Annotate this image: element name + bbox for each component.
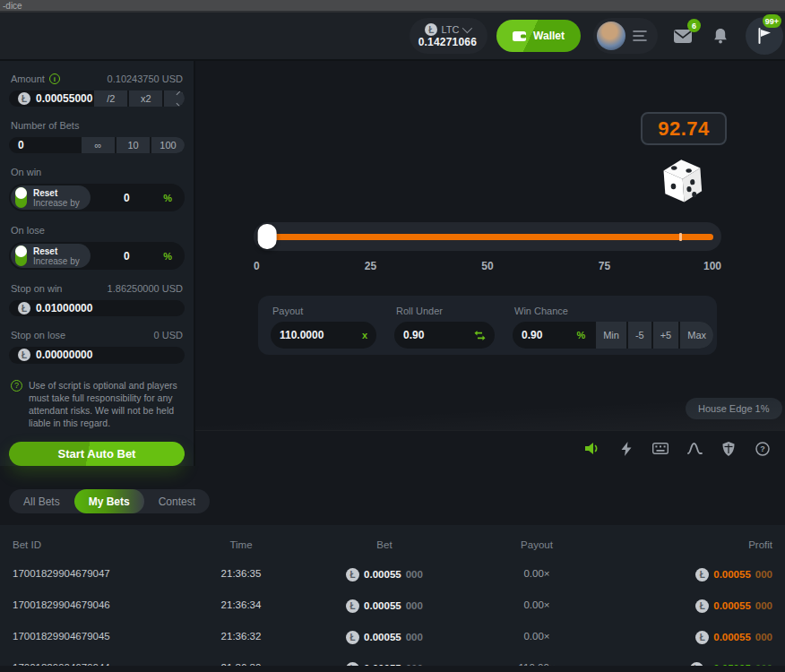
bet-amount: Ł 0.00055000 [299,565,470,582]
on-win-label: On win [11,167,41,177]
tab-all-bets[interactable]: All Bets [9,489,74,513]
tab-contest[interactable]: Contest [144,489,210,513]
min-button[interactable]: Min [596,322,626,349]
on-win-mode-toggle[interactable]: Reset Increase by [11,185,91,210]
quests-button[interactable]: 99+ [746,17,783,55]
amount-stepper[interactable] [164,90,185,107]
trends-button[interactable] [681,435,708,462]
speaker-icon [585,442,600,455]
increase-by-label: Increase by [33,256,80,266]
percent-icon: % [576,330,594,340]
roll-result-box: 92.74 [641,112,727,145]
stop-on-lose-label: Stop on lose [11,330,65,340]
notifications-button[interactable] [708,23,733,48]
hundred-bets-button[interactable]: 100 [151,137,185,153]
slider-track[interactable] [262,234,713,240]
increase-by-label: Increase by [33,198,80,208]
on-lose-value[interactable]: 0 [91,250,164,263]
number-of-bets-input[interactable]: 0 [9,139,80,151]
payout-input[interactable]: 110.0000 x [271,322,376,349]
roll-under-input[interactable]: 0.90 [394,322,495,349]
fairness-button[interactable] [715,435,742,462]
result-tick [679,233,682,241]
turbo-button[interactable] [613,435,640,462]
wallet-balance: 0.14271066 [418,36,477,48]
help-button[interactable]: ? [749,435,776,462]
amount-usd: 0.10243750 USD [108,73,183,84]
infinity-icon: ∞ [95,140,102,151]
bet-time: 21:36:34 [183,599,299,610]
bet-profit: Ł 0.00055000 [604,565,772,582]
tab-my-bets[interactable]: My Bets [74,489,144,513]
plus-5-button[interactable]: +5 [653,322,679,349]
wallet-button[interactable]: Wallet [496,20,581,52]
coin-icon: Ł [695,568,709,582]
stop-on-lose-input[interactable]: Ł 0.00000000 [9,349,185,361]
roll-result: 92.74 [658,117,710,141]
roll-under-label: Roll Under [396,306,495,316]
win-chance-input[interactable]: 0.90 % Min -5 +5 Max [513,322,713,349]
stop-on-win-group: Ł 0.01000000 [9,300,185,316]
bet-payout: 0.00× [470,631,604,642]
double-amount-button[interactable]: x2 [129,90,162,107]
minus-5-button[interactable]: -5 [628,322,651,349]
ten-bets-button[interactable]: 10 [116,137,150,153]
bet-time: 21:36:30 [183,662,299,667]
max-button[interactable]: Max [680,322,713,349]
wallet-icon [513,30,527,42]
col-payout: Payout [470,539,604,550]
menu-icon [633,30,647,41]
bet-row[interactable]: 17001829904679044 21:36:30 Ł 0.00055000 … [13,651,772,666]
messages-badge: 6 [687,19,701,32]
avatar[interactable] [597,22,625,50]
coin-icon: Ł [695,599,709,613]
bet-time: 21:36:35 [183,568,299,579]
stop-on-win-usd: 1.86250000 USD [108,283,183,294]
coin-icon: Ł [346,599,359,613]
bell-icon [713,28,728,44]
stop-on-win-input[interactable]: Ł 0.01000000 [9,302,185,314]
stepper-up-icon[interactable] [177,90,185,99]
coin-icon: Ł [346,631,359,644]
payout-label: Payout [272,306,376,316]
amount-input-group: Ł 0.00055000 /2 x2 [9,90,185,107]
tick-label-100: 100 [703,260,721,272]
slider-handle[interactable] [257,224,276,249]
bet-payout: 110.00× [470,662,604,667]
currency-selector[interactable]: Ł LTC 0.14271066 [410,18,487,54]
info-icon[interactable]: i [49,73,60,84]
reset-label: Reset [33,188,80,198]
hotkeys-button[interactable] [647,435,674,462]
on-win-row: Reset Increase by 0 % [9,184,185,211]
roll-slider: 0 25 50 75 100 [254,222,721,274]
on-lose-mode-toggle[interactable]: Reset Increase by [11,244,91,268]
toggle-icon[interactable] [15,187,27,208]
on-win-percent: % [163,193,183,203]
sound-button[interactable] [579,435,606,462]
flag-icon [757,28,772,44]
bets-table: Bet ID Time Bet Payout Profit 1700182990… [0,525,785,666]
user-menu[interactable] [593,18,658,54]
toggle-icon[interactable] [15,246,27,266]
start-auto-bet-button[interactable]: Start Auto Bet [9,442,185,467]
mail-icon [674,30,692,43]
ltc-coin-icon: Ł [425,23,437,36]
infinity-bets-button[interactable]: ∞ [82,137,115,153]
on-win-value[interactable]: 0 [91,192,164,204]
slider-lose-region [266,234,713,240]
shield-icon [722,442,735,456]
tick-label-50: 50 [481,260,493,272]
amount-input[interactable]: Ł 0.00055000 [9,92,92,105]
swap-icon[interactable] [474,331,495,340]
on-lose-percent: % [163,251,183,262]
slider-body[interactable] [254,222,721,251]
col-time: Time [183,539,299,550]
messages-button[interactable]: 6 [670,23,695,48]
half-amount-button[interactable]: /2 [94,90,127,107]
coin-icon: Ł [18,92,30,105]
bet-row[interactable]: 17001829904679045 21:36:32 Ł 0.00055000 … [13,620,772,651]
bet-row[interactable]: 17001829904679046 21:36:34 Ł 0.00055000 … [13,589,772,620]
stepper-down-icon[interactable] [177,99,185,107]
reset-label: Reset [33,246,80,256]
bet-row[interactable]: 17001829904679047 21:36:35 Ł 0.00055000 … [13,557,772,589]
